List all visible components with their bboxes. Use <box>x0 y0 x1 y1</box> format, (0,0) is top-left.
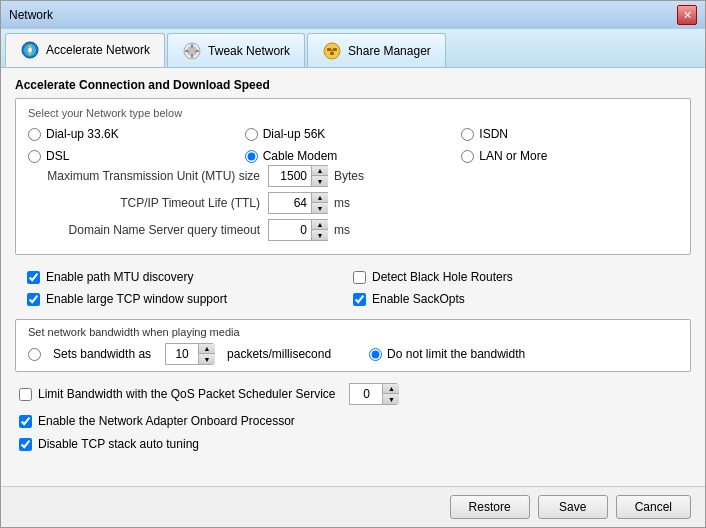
dns-spin-buttons: ▲ ▼ <box>311 220 328 240</box>
window-title: Network <box>9 8 53 22</box>
media-row: Sets bandwidth as ▲ ▼ packets/millisecon… <box>28 343 678 365</box>
mtu-spin-up[interactable]: ▲ <box>312 166 328 176</box>
radio-no-limit[interactable] <box>369 348 382 361</box>
checkbox-limit-qos-label: Limit Bandwidth with the QoS Packet Sche… <box>38 387 335 401</box>
mtu-unit: Bytes <box>334 169 364 183</box>
bandwidth-unit: packets/millisecond <box>227 347 331 361</box>
dns-spin-down[interactable]: ▼ <box>312 230 328 240</box>
svg-rect-5 <box>191 44 193 48</box>
network-group-label: Select your Network type below <box>28 107 678 119</box>
tab-share[interactable]: Share Manager <box>307 33 446 67</box>
tab-accelerate-label: Accelerate Network <box>46 43 150 57</box>
ttl-unit: ms <box>334 196 350 210</box>
bw-spin-up[interactable]: ▲ <box>199 344 215 354</box>
dns-row: Domain Name Server query timeout ▲ ▼ ms <box>28 219 678 241</box>
accelerate-icon <box>20 40 40 60</box>
section-title: Accelerate Connection and Download Speed <box>15 78 691 92</box>
checkbox-enable-adapter-input[interactable] <box>19 415 32 428</box>
mtu-spin-down[interactable]: ▼ <box>312 176 328 186</box>
network-type-grid: Dial-up 33.6K Dial-up 56K ISDN DSL Cable… <box>28 125 678 165</box>
checkbox-enable-adapter[interactable]: Enable the Network Adapter Onboard Proce… <box>19 411 687 431</box>
radio-isdn[interactable]: ISDN <box>461 125 678 143</box>
checkbox-path-mtu-input[interactable] <box>27 271 40 284</box>
sets-bw-label: Sets bandwidth as <box>53 347 151 361</box>
tab-bar: Accelerate Network Tweak Network <box>1 29 705 68</box>
ttl-spin-buttons: ▲ ▼ <box>311 193 328 213</box>
ttl-spin-down[interactable]: ▼ <box>312 203 328 213</box>
radio-cable-label: Cable Modem <box>263 149 338 163</box>
media-section-label: Set network bandwidth when playing media <box>28 326 678 338</box>
radio-lan-input[interactable] <box>461 150 474 163</box>
bandwidth-spinner[interactable]: ▲ ▼ <box>165 343 213 365</box>
tab-share-label: Share Manager <box>348 44 431 58</box>
qos-spin-up[interactable]: ▲ <box>383 384 399 394</box>
radio-lan[interactable]: LAN or More <box>461 147 678 165</box>
svg-point-2 <box>28 48 32 52</box>
close-button[interactable]: ✕ <box>677 5 697 25</box>
mtu-input[interactable] <box>269 168 311 184</box>
restore-button[interactable]: Restore <box>450 495 530 519</box>
tab-accelerate[interactable]: Accelerate Network <box>5 33 165 67</box>
svg-rect-6 <box>191 54 193 58</box>
ttl-input[interactable] <box>269 195 311 211</box>
ttl-spin-up[interactable]: ▲ <box>312 193 328 203</box>
main-window: Network ✕ Accelerate Network <box>0 0 706 528</box>
checkbox-black-hole-label: Detect Black Hole Routers <box>372 270 513 284</box>
mtu-spinner[interactable]: ▲ ▼ <box>268 165 328 187</box>
no-limit-container[interactable]: Do not limit the bandwidth <box>369 347 525 361</box>
checkbox-large-tcp[interactable]: Enable large TCP window support <box>27 289 353 309</box>
network-type-group: Select your Network type below Dial-up 3… <box>15 98 691 255</box>
tab-tweak-label: Tweak Network <box>208 44 290 58</box>
qos-spinner[interactable]: ▲ ▼ <box>349 383 397 405</box>
dns-label: Domain Name Server query timeout <box>28 223 268 237</box>
svg-rect-7 <box>185 50 189 52</box>
checkbox-black-hole-input[interactable] <box>353 271 366 284</box>
checkbox-large-tcp-label: Enable large TCP window support <box>46 292 227 306</box>
save-button[interactable]: Save <box>538 495 608 519</box>
checkbox-sackopts-label: Enable SackOpts <box>372 292 465 306</box>
radio-dialup336[interactable]: Dial-up 33.6K <box>28 125 245 143</box>
dns-spinner[interactable]: ▲ ▼ <box>268 219 328 241</box>
tab-tweak[interactable]: Tweak Network <box>167 33 305 67</box>
radio-isdn-input[interactable] <box>461 128 474 141</box>
bandwidth-input[interactable] <box>166 346 198 362</box>
radio-dialup56-input[interactable] <box>245 128 258 141</box>
radio-dsl[interactable]: DSL <box>28 147 245 165</box>
radio-dialup336-input[interactable] <box>28 128 41 141</box>
dns-spin-up[interactable]: ▲ <box>312 220 328 230</box>
checkbox-disable-stack[interactable]: Disable TCP stack auto tuning <box>19 434 687 454</box>
title-bar: Network ✕ <box>1 1 705 29</box>
main-content: Accelerate Connection and Download Speed… <box>1 68 705 486</box>
bw-spin-buttons: ▲ ▼ <box>198 344 215 364</box>
checkbox-limit-qos-input[interactable] <box>19 388 32 401</box>
dns-unit: ms <box>334 223 350 237</box>
media-section: Set network bandwidth when playing media… <box>15 319 691 372</box>
radio-sets-bw[interactable] <box>28 348 41 361</box>
radio-dsl-input[interactable] <box>28 150 41 163</box>
qos-spin-down[interactable]: ▼ <box>383 394 399 404</box>
checkbox-black-hole[interactable]: Detect Black Hole Routers <box>353 267 679 287</box>
mtu-label: Maximum Transmission Unit (MTU) size <box>28 169 268 183</box>
ttl-row: TCP/IP Timeout Life (TTL) ▲ ▼ ms <box>28 192 678 214</box>
checkbox-sackopts[interactable]: Enable SackOpts <box>353 289 679 309</box>
checkbox-limit-qos[interactable]: Limit Bandwidth with the QoS Packet Sche… <box>19 380 687 408</box>
radio-cable-input[interactable] <box>245 150 258 163</box>
bottom-checkboxes: Limit Bandwidth with the QoS Packet Sche… <box>15 380 691 454</box>
checkbox-disable-stack-input[interactable] <box>19 438 32 451</box>
bw-spin-down[interactable]: ▼ <box>199 354 215 364</box>
checkbox-disable-stack-label: Disable TCP stack auto tuning <box>38 437 199 451</box>
svg-rect-8 <box>195 50 199 52</box>
checkbox-path-mtu-label: Enable path MTU discovery <box>46 270 193 284</box>
checkbox-enable-adapter-label: Enable the Network Adapter Onboard Proce… <box>38 414 295 428</box>
checkbox-path-mtu[interactable]: Enable path MTU discovery <box>27 267 353 287</box>
radio-cable[interactable]: Cable Modem <box>245 147 462 165</box>
radio-dialup56[interactable]: Dial-up 56K <box>245 125 462 143</box>
ttl-label: TCP/IP Timeout Life (TTL) <box>28 196 268 210</box>
cancel-button[interactable]: Cancel <box>616 495 691 519</box>
checkbox-sackopts-input[interactable] <box>353 293 366 306</box>
ttl-spinner[interactable]: ▲ ▼ <box>268 192 328 214</box>
dns-input[interactable] <box>269 222 311 238</box>
qos-input[interactable] <box>350 386 382 402</box>
radio-dialup56-label: Dial-up 56K <box>263 127 326 141</box>
checkbox-large-tcp-input[interactable] <box>27 293 40 306</box>
